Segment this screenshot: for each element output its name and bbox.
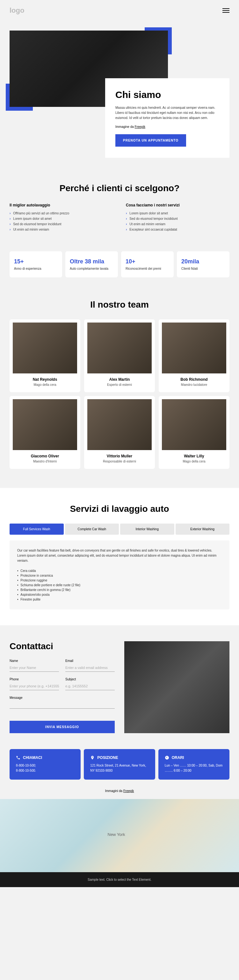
tab-complete-wash[interactable]: Complete Car Wash: [65, 523, 119, 535]
team-card: Nat ReynoldsMago della cera: [10, 319, 80, 392]
stat-card: 20milaClienti fidati: [177, 251, 229, 277]
team-card: Giacomo OliverMaestro d'Interni: [10, 396, 80, 469]
phone-input[interactable]: [10, 682, 59, 690]
team-card: Alex MartinEsperto di esterni: [84, 319, 155, 392]
team-card: Vittorio MullerResponsabile di esterni: [84, 396, 155, 469]
hero-text: Massa ultricies mi quis hendrerit. Ac ut…: [115, 105, 219, 121]
book-appointment-button[interactable]: PRENOTA UN APPUNTAMENTO: [115, 134, 186, 146]
info-call: CHIAMACI 8-800-10-500; 8-800-10-500.: [10, 749, 81, 780]
info-hours: ORARI Lun – Ven …… 10:00 – 20:00, Sab, D…: [158, 749, 229, 780]
phone-label: Phone: [10, 678, 59, 681]
team-title: Il nostro team: [10, 300, 229, 310]
stat-card: 15+Anno di esperienza: [10, 251, 62, 277]
phone-icon: [16, 756, 21, 760]
why-col1-title: Il miglior autolavaggio: [10, 203, 113, 207]
why-title: Perché i clienti ci scelgono?: [10, 183, 229, 193]
footer-text: Sample text. Click to select the Text El…: [0, 872, 239, 887]
team-card: Walter LillyMago della cera: [159, 396, 229, 469]
stat-card: Oltre 38 milaAuto completamente lavata: [65, 251, 118, 277]
why-col2-title: Cosa facciamo i nostri servizi: [126, 203, 229, 207]
team-photo: [162, 399, 226, 450]
contact-title: Contattaci: [10, 641, 115, 651]
hero-card: Chi siamo Massa ultricies mi quis hendre…: [105, 78, 229, 158]
team-photo: [13, 399, 77, 450]
map-city-label: New York: [108, 832, 125, 837]
clock-icon: [165, 756, 169, 760]
team-photo: [162, 323, 226, 374]
message-label: Message: [10, 696, 115, 700]
tab-content: Our car wash facilities feature flat-bel…: [10, 541, 229, 609]
services-list: Cera caldaProtezione in ceramicaProtezio…: [17, 568, 222, 602]
subject-input[interactable]: [65, 682, 115, 690]
team-photo: [87, 323, 152, 374]
services-description: Our car wash facilities feature flat-bel…: [17, 548, 222, 563]
email-label: Email: [65, 659, 115, 663]
services-title: Servizi di lavaggio auto: [10, 504, 229, 514]
name-input[interactable]: [10, 664, 59, 672]
tab-full-wash[interactable]: Full Services Wash: [10, 523, 64, 535]
map[interactable]: New York: [0, 799, 239, 872]
send-button[interactable]: INVIA MESSAGGIO: [10, 721, 115, 733]
tab-exterior[interactable]: Exterior Washing: [176, 523, 230, 535]
why-col1-list: Offriamo più servizi ad un ottimo prezzo…: [10, 210, 113, 232]
hero-credit: Immagine da Freepik: [115, 125, 219, 129]
hero-title: Chi siamo: [115, 89, 219, 100]
logo[interactable]: logo: [10, 6, 24, 14]
team-card: Bob RichmondMaestro lucidatore: [159, 319, 229, 392]
subject-label: Subject: [65, 678, 115, 681]
stat-card: 10+Riconoscimenti dei premi: [121, 251, 174, 277]
tab-interior[interactable]: Interior Washing: [120, 523, 174, 535]
info-location: POSIZIONE 121 Rock Street, 21 Avenue, Ne…: [84, 749, 155, 780]
why-col2-list: Lorem ipsum dolor sit ametSed do eiusmod…: [126, 210, 229, 232]
message-input[interactable]: [10, 701, 115, 709]
images-credit: Immagini da Freepik: [0, 786, 239, 799]
contact-image: [124, 641, 229, 733]
team-photo: [87, 399, 152, 450]
images-credit-link[interactable]: Freepik: [124, 789, 134, 793]
email-input[interactable]: [65, 664, 115, 672]
pin-icon: [90, 756, 95, 760]
menu-button[interactable]: [223, 8, 229, 13]
hero-credit-link[interactable]: Freepik: [135, 125, 145, 129]
name-label: Name: [10, 659, 59, 663]
team-photo: [13, 323, 77, 374]
